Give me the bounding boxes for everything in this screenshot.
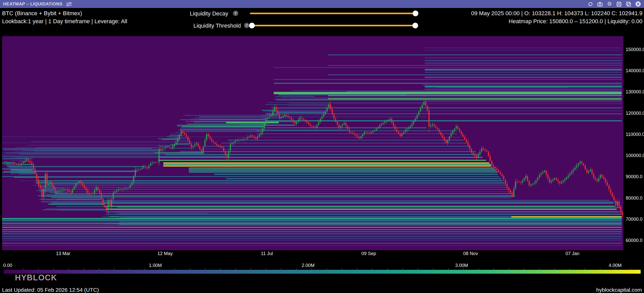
colorbar-minor-tick	[145, 268, 145, 270]
last-updated-label: Last Updated: 05 Feb 2026 12:54 (UTC)	[2, 287, 99, 293]
colorbar-minor-tick	[190, 268, 190, 270]
colorbar-minor-tick	[570, 268, 570, 270]
colorbar-minor-tick	[129, 268, 130, 270]
colorbar-minor-tick	[585, 268, 585, 270]
colorbar-minor-tick	[38, 268, 38, 270]
colorbar-minor-tick	[99, 268, 99, 270]
colorbar-minor-tick	[311, 268, 312, 270]
colorbar-minor-tick	[235, 268, 236, 270]
colorbar-minor-tick	[53, 268, 54, 270]
threshold-slider-track[interactable]	[252, 25, 415, 26]
copy-layers-icon[interactable]	[626, 1, 631, 7]
colorbar-tick-label: 1.00M	[142, 263, 168, 268]
y-axis-tick-label: 70000.0	[626, 217, 642, 222]
colorbar-minor-tick	[509, 268, 509, 270]
save-floppy-icon[interactable]	[616, 1, 622, 7]
colorbar-minor-tick	[342, 268, 342, 270]
x-axis-tick-label: 13 Mar	[50, 251, 76, 256]
lookback-settings-label: Lookback:1 year | 1 Day timeframe | Leve…	[2, 18, 127, 25]
colorbar-tick-label: 3.00M	[449, 263, 474, 268]
refresh-icon[interactable]	[588, 1, 593, 7]
colorbar-minor-tick	[433, 268, 433, 270]
y-axis-tick-label: 80000.0	[626, 196, 642, 201]
colorbar-minor-tick	[114, 268, 114, 270]
colorbar-tick-label: 4.00M	[602, 263, 628, 268]
site-label: hyblockcapital.com	[596, 287, 642, 293]
colorbar-minor-tick	[160, 268, 160, 270]
heatmap-chart-area: HYBLOCK	[2, 36, 623, 250]
colorbar-minor-tick	[357, 268, 357, 270]
y-axis-tick-label: 130000.0	[626, 89, 644, 95]
colorbar-tick-label: 2.00M	[295, 263, 321, 268]
colorbar-minor-tick	[463, 268, 464, 270]
y-axis-tick-label: 100000.0	[626, 153, 644, 158]
title-bar: HEATMAP – LIQUIDATIONS	[0, 0, 644, 8]
liquidity-colorbar	[4, 270, 641, 274]
window-action-icons: ⚙	[588, 1, 641, 7]
colorbar-minor-tick	[448, 268, 448, 270]
screenshot-camera-icon[interactable]	[597, 1, 603, 7]
colorbar-minor-tick	[281, 268, 281, 270]
hyblock-heatmap-window: HEATMAP – LIQUIDATIONS	[0, 0, 644, 293]
colorbar-minor-tick	[175, 268, 175, 270]
colorbar-minor-tick	[205, 268, 205, 270]
decay-slider-track[interactable]	[250, 13, 416, 14]
colorbar-minor-tick	[8, 268, 8, 270]
colorbar-minor-tick	[615, 268, 615, 270]
colorbar-minor-tick	[327, 268, 327, 270]
colorbar-minor-tick	[554, 268, 555, 270]
colorbar-minor-tick	[630, 268, 631, 270]
threshold-slider-thumb-low[interactable]	[249, 23, 255, 28]
decay-slider-thumb[interactable]	[413, 11, 418, 16]
page-title: HEATMAP – LIQUIDATIONS	[3, 2, 63, 7]
colorbar-minor-tick	[524, 268, 524, 270]
colorbar-tick-label: 0.00	[0, 263, 21, 268]
filter-sliders-icon[interactable]	[66, 2, 72, 7]
hyblock-watermark: HYBLOCK	[15, 273, 57, 282]
heatmap-price-readout: Heatmap Price: 150800.0 – 151200.0 | Liq…	[509, 18, 642, 25]
threshold-slider-thumb-high[interactable]	[412, 23, 418, 28]
y-axis-tick-label: 150000.0	[626, 47, 644, 52]
liquidity-threshold-label: Liquidity Threshold	[160, 22, 241, 29]
liquidation-heatmap-canvas[interactable]	[2, 36, 623, 250]
y-axis-tick-label: 120000.0	[626, 111, 644, 116]
threshold-help-icon[interactable]: ?	[244, 23, 249, 28]
x-axis-tick-label: 08 Nov	[458, 251, 484, 256]
settings-gear-icon[interactable]: ⚙	[607, 1, 612, 7]
x-axis-tick-label: 09 Sep	[356, 251, 382, 256]
colorbar-minor-tick	[494, 268, 494, 270]
colorbar-minor-tick	[23, 268, 23, 270]
y-axis-tick-label: 110000.0	[626, 132, 644, 137]
colorbar-minor-tick	[69, 268, 69, 270]
colorbar-minor-tick	[220, 268, 221, 270]
liquidity-decay-label: Liquidity Decay	[160, 10, 228, 17]
y-axis-tick-label: 90000.0	[626, 174, 642, 180]
colorbar-minor-tick	[418, 268, 418, 270]
colorbar-minor-tick	[600, 268, 600, 270]
x-axis-tick-label: 12 May	[152, 251, 178, 256]
decay-help-icon[interactable]: ?	[233, 11, 238, 16]
y-axis-tick-label: 140000.0	[626, 68, 644, 74]
colorbar-minor-tick	[478, 268, 479, 270]
colorbar-minor-tick	[403, 268, 403, 270]
colorbar-minor-tick	[266, 268, 266, 270]
colorbar-minor-tick	[251, 268, 251, 270]
x-axis-tick-label: 11 Jul	[254, 251, 280, 256]
colorbar-minor-tick	[372, 268, 372, 270]
colorbar-minor-tick	[387, 268, 388, 270]
ohlc-readout: 09 May 2025 00:00 | O: 103228.1 H: 10437…	[471, 10, 642, 17]
colorbar-minor-tick	[296, 268, 296, 270]
x-axis-tick-label: 07 Jan	[560, 251, 585, 256]
colorbar-minor-tick	[84, 268, 84, 270]
y-axis-tick-label: 60000.0	[626, 238, 642, 243]
close-icon[interactable]	[635, 1, 641, 7]
colorbar-minor-tick	[539, 268, 539, 270]
symbol-label: BTC (Binance + Bybit + Bitmex)	[2, 10, 82, 17]
